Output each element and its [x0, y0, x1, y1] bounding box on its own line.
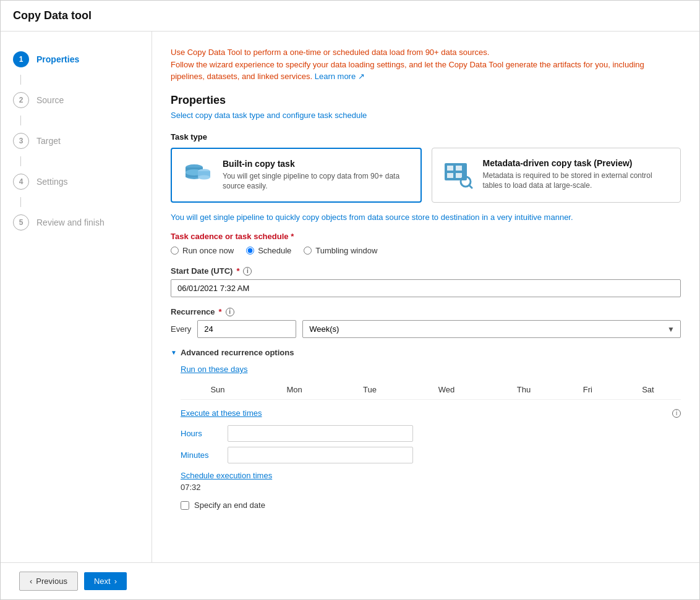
minutes-row: Minutes — [181, 447, 681, 463]
section-title: Properties — [171, 94, 681, 107]
day-sun: Sun — [181, 380, 255, 400]
day-tue: Tue — [334, 380, 405, 400]
footer: ‹ Previous Next › — [1, 562, 699, 599]
sidebar-label-settings: Settings — [36, 177, 68, 187]
step-circle-1: 1 — [13, 51, 29, 67]
hours-label: Hours — [181, 429, 218, 438]
svg-rect-12 — [456, 173, 462, 178]
step-circle-2: 2 — [13, 92, 29, 108]
step-circle-4: 4 — [13, 174, 29, 190]
sidebar-connector-4 — [20, 197, 21, 207]
time-fields: Hours Minutes — [181, 425, 681, 463]
builtin-copy-desc: You will get single pipeline to copy dat… — [223, 171, 411, 192]
radio-schedule[interactable]: Schedule — [246, 246, 291, 255]
sidebar-connector-2 — [20, 116, 21, 125]
radio-tumbling[interactable]: Tumbling window — [304, 246, 377, 255]
day-wed: Wed — [406, 380, 488, 400]
sidebar-connector-1 — [20, 75, 21, 85]
specify-end-date-label: Specify an end date — [194, 501, 265, 510]
start-date-input[interactable] — [171, 279, 681, 297]
previous-button[interactable]: ‹ Previous — [19, 572, 78, 591]
days-header-row: Sun Mon Tue Wed Thu Fri Sat — [181, 380, 681, 400]
title-bar: Copy Data tool — [1, 1, 699, 32]
advanced-recurrence-label: Advanced recurrence options — [181, 348, 294, 357]
advanced-recurrence-section: ▼ Advanced recurrence options Run on the… — [171, 348, 681, 510]
schedule-execution-link[interactable]: Schedule execution times — [181, 471, 681, 480]
recurrence-value-input[interactable] — [197, 320, 296, 338]
next-button[interactable]: Next › — [84, 572, 127, 590]
recurrence-info-icon: i — [226, 308, 234, 316]
minutes-input[interactable] — [228, 447, 413, 463]
main-layout: 1 Properties 2 Source 3 Target 4 Setting… — [1, 32, 699, 562]
start-date-field: Start Date (UTC) * i — [171, 266, 681, 297]
app-title: Copy Data tool — [13, 9, 687, 22]
radio-tumbling-label: Tumbling window — [315, 246, 377, 255]
sidebar-label-properties: Properties — [36, 54, 79, 64]
svg-rect-10 — [456, 166, 462, 171]
builtin-copy-text: Built-in copy task You will get single p… — [223, 159, 411, 192]
next-label: Next — [94, 577, 111, 586]
every-label: Every — [171, 324, 191, 334]
pipeline-info-text: You will get single pipeline to quickly … — [171, 213, 681, 222]
sidebar-item-review[interactable]: 5 Review and finish — [1, 207, 152, 238]
builtin-copy-icon — [182, 159, 214, 191]
days-table: Sun Mon Tue Wed Thu Fri Sat — [181, 380, 681, 400]
metadata-copy-text: Metadata-driven copy task (Preview) Meta… — [483, 158, 671, 192]
radio-run-once[interactable]: Run once now — [171, 246, 234, 255]
task-type-cards: Built-in copy task You will get single p… — [171, 148, 681, 203]
run-on-days-link[interactable]: Run on these days — [181, 365, 681, 374]
minutes-label: Minutes — [181, 450, 218, 460]
sidebar-label-review: Review and finish — [36, 218, 105, 227]
hours-row: Hours — [181, 425, 681, 442]
hours-input[interactable] — [228, 425, 413, 442]
learn-more-link[interactable]: Learn more ↗ — [315, 72, 365, 81]
sidebar-label-source: Source — [36, 95, 64, 105]
svg-rect-9 — [447, 166, 453, 171]
execute-times-info-icon: i — [672, 409, 681, 418]
chevron-right-icon: › — [114, 577, 117, 586]
execute-times-header: Execute at these times i — [181, 408, 681, 418]
specify-end-date-row[interactable]: Specify an end date — [181, 501, 681, 510]
builtin-copy-title: Built-in copy task — [223, 159, 411, 169]
day-fri: Fri — [560, 380, 615, 400]
metadata-driven-icon — [442, 158, 474, 190]
section-subtitle: Select copy data task type and configure… — [171, 111, 681, 120]
svg-rect-11 — [447, 173, 453, 178]
sidebar-item-properties[interactable]: 1 Properties — [1, 44, 152, 75]
radio-run-once-label: Run once now — [182, 246, 234, 255]
recurrence-unit-select[interactable]: Minute(s) Hour(s) Day(s) Week(s) Month(s… — [302, 320, 681, 338]
radio-run-once-input[interactable] — [171, 247, 179, 255]
previous-label: Previous — [36, 577, 67, 586]
day-mon: Mon — [255, 380, 334, 400]
recurrence-unit-wrapper: Minute(s) Hour(s) Day(s) Week(s) Month(s… — [302, 320, 681, 338]
recurrence-label: Recurrence * i — [171, 307, 681, 316]
start-date-info-icon: i — [243, 267, 252, 276]
advanced-recurrence-header[interactable]: ▼ Advanced recurrence options — [171, 348, 681, 357]
sidebar-connector-3 — [20, 156, 21, 166]
execute-times-link[interactable]: Execute at these times — [181, 408, 262, 418]
sidebar-item-settings[interactable]: 4 Settings — [1, 166, 152, 197]
sidebar: 1 Properties 2 Source 3 Target 4 Setting… — [1, 32, 152, 562]
schedule-time-value: 07:32 — [181, 483, 681, 492]
specify-end-date-checkbox[interactable] — [181, 501, 189, 510]
task-card-metadata[interactable]: Metadata-driven copy task (Preview) Meta… — [432, 148, 681, 203]
recurrence-row: Every Minute(s) Hour(s) Day(s) Week(s) M… — [171, 320, 681, 338]
advanced-recurrence-content: Run on these days Sun Mon Tue Wed Thu Fr… — [171, 365, 681, 510]
metadata-copy-title: Metadata-driven copy task (Preview) — [483, 158, 671, 168]
sidebar-item-source[interactable]: 2 Source — [1, 85, 152, 116]
task-card-builtin[interactable]: Built-in copy task You will get single p… — [171, 148, 422, 203]
radio-schedule-input[interactable] — [246, 247, 254, 255]
collapse-triangle-icon: ▼ — [171, 349, 177, 356]
task-cadence-label: Task cadence or task schedule * — [171, 232, 681, 241]
info-banner-text: Use Copy Data Tool to perform a one-time… — [171, 48, 644, 81]
main-content: Use Copy Data Tool to perform a one-time… — [152, 32, 699, 562]
radio-schedule-label: Schedule — [258, 246, 291, 255]
day-thu: Thu — [487, 380, 560, 400]
recurrence-field: Recurrence * i Every Minute(s) Hour(s) D… — [171, 307, 681, 338]
radio-tumbling-input[interactable] — [304, 247, 312, 255]
sidebar-item-target[interactable]: 3 Target — [1, 125, 152, 156]
recurrence-required: * — [219, 307, 222, 316]
task-cadence-field: Task cadence or task schedule * Run once… — [171, 232, 681, 255]
task-type-label: Task type — [171, 132, 681, 142]
day-sat: Sat — [615, 380, 681, 400]
